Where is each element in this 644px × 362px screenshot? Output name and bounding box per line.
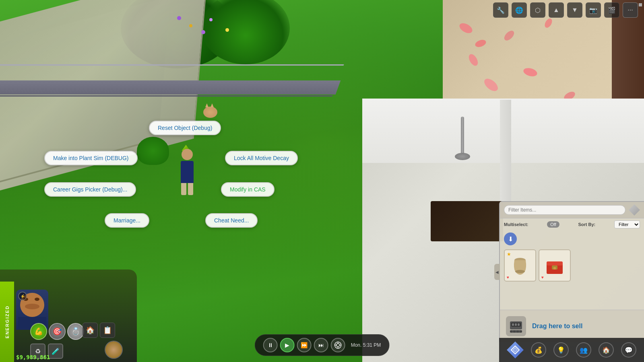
shower-pole [461, 117, 464, 157]
potion-icon[interactable]: 🧪 [48, 343, 63, 359]
petal [522, 67, 538, 78]
wallet-button[interactable]: 💰 [531, 342, 546, 358]
right-inventory-panel: ◀ Multiselect: Off Sort By: Filter Name … [499, 201, 644, 342]
multiselect-label: Multiselect: [504, 222, 528, 227]
camera-control-button[interactable] [331, 338, 345, 352]
item-image-1 [510, 255, 530, 276]
svg-rect-9 [512, 323, 514, 326]
globe-button[interactable]: 🌐 [512, 2, 527, 18]
journal-button[interactable]: 📋 [100, 323, 115, 338]
corner-dot [639, 3, 642, 6]
second-sim-avatar[interactable] [105, 341, 123, 359]
ring-skill-icon[interactable]: 💍 [67, 323, 84, 340]
sort-label: Sort By: [578, 222, 595, 227]
diamond-filter-button[interactable] [629, 204, 640, 216]
petal [467, 53, 480, 68]
more-button[interactable]: ··· [623, 2, 638, 18]
layers-button[interactable]: ⬡ [530, 2, 545, 18]
panel-controls: Multiselect: Off Sort By: Filter Name Va… [500, 218, 644, 230]
inventory-item-2[interactable]: ♥ [539, 249, 571, 282]
shower-head [455, 153, 470, 160]
svg-rect-11 [518, 323, 520, 326]
modify-cas-button[interactable]: Modify in CAS [221, 182, 275, 197]
svg-point-1 [515, 270, 525, 273]
petal [458, 21, 474, 35]
sell-area: Drag here to sell [500, 310, 644, 342]
flower [189, 24, 192, 27]
aim-skill-icon[interactable]: 🎯 [49, 323, 66, 340]
cash-register-icon [506, 316, 526, 336]
petal [474, 39, 487, 49]
panel-collapse-button[interactable]: ◀ [494, 264, 500, 280]
play-button[interactable]: ▶ [280, 338, 295, 352]
petal [502, 29, 516, 42]
sim-character[interactable] [177, 149, 197, 197]
item-image-2 [545, 255, 565, 276]
reset-object-button[interactable]: Reset Object (Debug) [149, 121, 221, 135]
sort-dropdown[interactable]: Filter Name Value [614, 220, 640, 228]
fast-forward-button[interactable]: ⏩ [297, 338, 312, 352]
drag-to-sell-text: Drag here to sell [532, 323, 582, 330]
inventory-item-1[interactable]: ★ ♥ [504, 249, 536, 282]
sim-panel: ENERGIZED ⚡ 💪 🎯 💍 ♻ 🧪 $9,989,861 🏠 📋 [0, 269, 137, 362]
pause-button[interactable]: ⏸ [263, 338, 278, 352]
heart-icon: ♥ [507, 275, 509, 280]
svg-marker-16 [513, 348, 518, 352]
lock-motive-decay-button[interactable]: Lock All Motive Decay [225, 151, 298, 165]
make-plant-sim-button[interactable]: Make into Plant Sim (DEBUG) [44, 151, 138, 165]
diamond-mode-button[interactable] [507, 341, 524, 358]
star-icon: ★ [507, 251, 511, 257]
flower [225, 28, 229, 32]
inventory-grid: ★ ♥ ♥ [500, 247, 644, 284]
mood-text: ENERGIZED [5, 305, 10, 338]
filter-items-input[interactable] [504, 205, 625, 215]
arrow-up-button[interactable]: ▲ [549, 2, 564, 18]
camera-button[interactable]: 📷 [586, 2, 601, 18]
money-display: $9,989,861 [16, 354, 50, 360]
mood-bar: ENERGIZED [0, 282, 14, 362]
playback-controls: ⏸ ▶ ⏩ ⏭ Mon. 5:31 PM [255, 334, 390, 356]
speech-button[interactable]: 💬 [621, 342, 636, 358]
svg-rect-5 [553, 267, 556, 269]
panel-header [500, 202, 644, 218]
stone-wall-front [0, 80, 341, 95]
time-display: Mon. 5:31 PM [351, 342, 381, 348]
tools-button[interactable]: 🔧 [493, 2, 508, 18]
video-button[interactable]: 🎬 [604, 2, 619, 18]
cheat-need-button[interactable]: Cheat Need... [205, 213, 258, 228]
arrow-down-button[interactable]: ▼ [567, 2, 582, 18]
people-button[interactable]: 👥 [576, 342, 591, 358]
download-button[interactable]: ⬇ [504, 232, 517, 245]
home-button[interactable]: 🏠 [83, 323, 98, 338]
bush [137, 137, 169, 165]
petal [482, 76, 500, 94]
marriage-button[interactable]: Marriage... [105, 213, 149, 228]
svg-rect-3 [547, 261, 563, 265]
top-toolbar: 🔧 🌐 ⬡ ▲ ▼ 📷 🎬 ··· [0, 0, 644, 20]
skill-icons: 💪 🎯 💍 [30, 323, 84, 340]
svg-point-18 [336, 343, 340, 347]
career-gigs-button[interactable]: Career Gigs Picker (Debug)... [44, 182, 136, 197]
svg-rect-10 [515, 323, 517, 326]
build-button[interactable]: 🏠 [599, 342, 614, 358]
heart-icon-2: ♥ [541, 275, 544, 280]
fitness-skill-icon[interactable]: 💪 [30, 323, 47, 340]
lightbulb-button[interactable]: 💡 [553, 342, 569, 358]
flower [201, 30, 205, 34]
cat [203, 107, 221, 121]
multiselect-toggle[interactable]: Off [547, 221, 559, 228]
dark-furniture [431, 201, 503, 241]
ultra-speed-button[interactable]: ⏭ [314, 338, 328, 352]
shower-fixture [451, 117, 475, 165]
bottom-right-toolbar: 💰 💡 👥 🏠 💬 [499, 338, 644, 362]
